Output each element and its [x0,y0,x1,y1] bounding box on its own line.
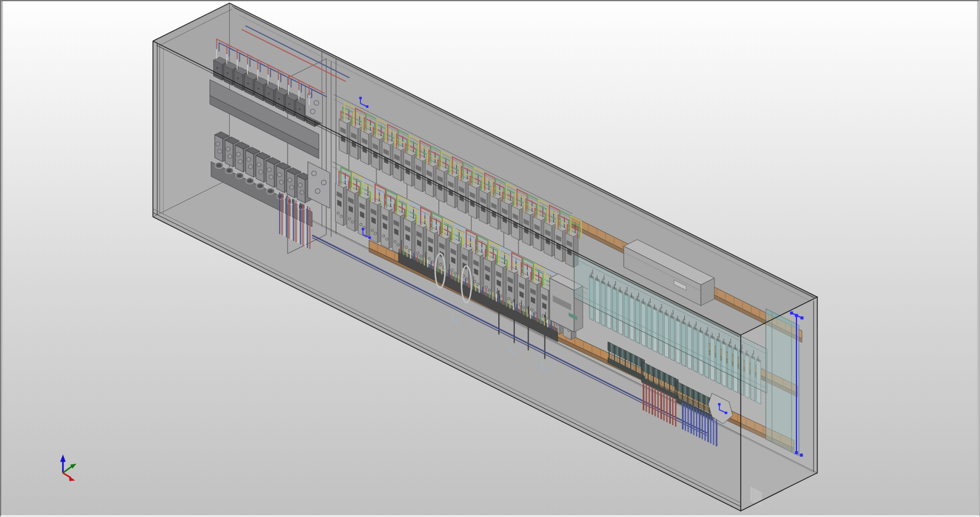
cad-viewport[interactable] [1,1,979,515]
viewport-frame [0,0,980,517]
